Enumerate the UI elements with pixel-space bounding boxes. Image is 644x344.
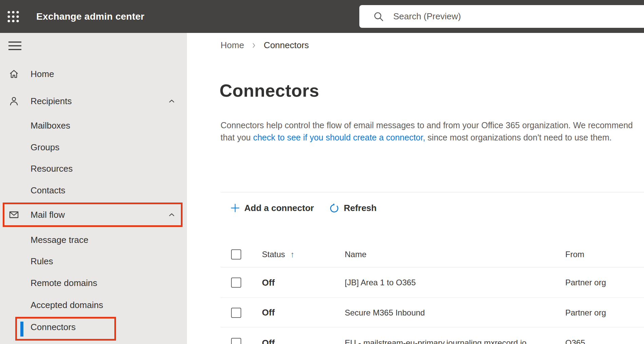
sidebar-item-label: Recipients [31, 96, 72, 107]
breadcrumb-chevron-icon [250, 42, 258, 49]
search-box[interactable] [359, 5, 644, 28]
sidebar-item-remote-domains[interactable]: Remote domains [0, 272, 187, 294]
column-header-name[interactable]: Name [345, 242, 366, 267]
sidebar-item-label: Resources [31, 164, 73, 174]
main-content: Home Connectors Connectors Connectors he… [187, 33, 644, 344]
person-icon [8, 95, 20, 107]
toolbar-divider [221, 192, 644, 192]
waffle-icon [6, 9, 20, 24]
left-navigation: Home Recipients Mailboxes Groups Resourc… [0, 33, 187, 344]
status-cell: Off [262, 298, 275, 327]
sort-ascending-icon[interactable]: ↑ [290, 250, 295, 259]
sidebar-item-contacts[interactable]: Contacts [0, 179, 187, 201]
add-connector-label: Add a connector [244, 203, 314, 213]
sidebar-item-label: Remote domains [31, 278, 97, 288]
sidebar-item-recipients[interactable]: Recipients [0, 90, 187, 112]
sidebar-item-label: Mail flow [31, 210, 65, 220]
command-bar: Add a connector Refresh [230, 198, 377, 218]
table-header-row: Status ↑ Name From [187, 242, 644, 267]
sidebar-item-resources[interactable]: Resources [0, 158, 187, 179]
sidebar-item-message-trace[interactable]: Message trace [0, 229, 187, 251]
mail-icon [8, 209, 20, 221]
sidebar-item-home[interactable]: Home [0, 63, 187, 85]
add-connector-button[interactable]: Add a connector [230, 203, 314, 213]
breadcrumb: Home Connectors [221, 40, 309, 51]
name-cell[interactable]: Secure M365 Inbound [345, 298, 425, 327]
description-text: since most organizations don't need to u… [425, 133, 612, 142]
from-cell: Partner org [565, 298, 606, 327]
chevron-up-icon[interactable] [167, 96, 176, 106]
create-connector-check-link[interactable]: check to see if you should create a conn… [253, 133, 425, 142]
selected-item-indicator [20, 322, 23, 337]
sidebar-item-label: Groups [31, 142, 59, 153]
refresh-icon [329, 203, 340, 213]
sidebar-item-mailboxes[interactable]: Mailboxes [0, 115, 187, 136]
home-icon [8, 68, 20, 80]
top-app-bar: Exchange admin center [0, 0, 644, 33]
sidebar-item-label: Rules [31, 256, 53, 267]
column-header-label: Status [262, 250, 285, 259]
sidebar-item-accepted-domains[interactable]: Accepted domains [0, 294, 187, 316]
app-launcher-waffle-icon[interactable] [5, 8, 22, 25]
sidebar-item-groups[interactable]: Groups [0, 136, 187, 158]
hamburger-icon [8, 41, 22, 52]
hamburger-menu-icon[interactable] [7, 40, 22, 53]
sidebar-item-label: Connectors [31, 322, 76, 332]
chevron-up-icon[interactable] [167, 210, 176, 219]
breadcrumb-current: Connectors [264, 40, 309, 51]
table-row[interactable]: Off EU - mailstream-eu-primary.journalin… [187, 327, 644, 344]
app-title: Exchange admin center [36, 0, 145, 33]
from-cell: Partner org [565, 267, 606, 298]
row-checkbox[interactable] [231, 278, 241, 288]
refresh-button[interactable]: Refresh [329, 203, 377, 213]
page-title: Connectors [220, 80, 319, 101]
sidebar-item-label: Message trace [31, 235, 89, 245]
row-checkbox[interactable] [231, 338, 241, 344]
column-header-label: Name [345, 250, 366, 259]
select-all-checkbox[interactable] [231, 249, 241, 260]
sidebar-item-mail-flow[interactable]: Mail flow [3, 203, 183, 227]
page-description: Connectors help control the flow of emai… [221, 119, 644, 144]
plus-icon [230, 203, 240, 213]
column-header-label: From [565, 250, 584, 259]
refresh-label: Refresh [344, 203, 377, 213]
row-checkbox[interactable] [231, 308, 241, 318]
table-row[interactable]: Off Secure M365 Inbound Partner org [187, 298, 644, 327]
breadcrumb-home-link[interactable]: Home [221, 40, 244, 51]
name-cell[interactable]: [JB] Area 1 to O365 [345, 267, 416, 298]
sidebar-item-label: Home [31, 69, 54, 79]
table-row[interactable]: Off [JB] Area 1 to O365 Partner org [187, 267, 644, 298]
sidebar-item-label: Contacts [31, 185, 65, 196]
status-cell: Off [262, 267, 275, 298]
from-cell: O365 [565, 327, 585, 344]
column-header-status[interactable]: Status ↑ [262, 242, 295, 267]
name-cell[interactable]: EU - mailstream-eu-primary.journaling.mx… [345, 327, 527, 344]
sidebar-item-label: Accepted domains [31, 300, 103, 310]
sidebar-item-connectors[interactable]: Connectors [0, 316, 187, 338]
sidebar-item-rules[interactable]: Rules [0, 250, 187, 272]
search-icon [373, 11, 384, 22]
search-input[interactable] [393, 11, 597, 22]
status-cell: Off [262, 327, 275, 344]
column-header-from[interactable]: From [565, 242, 584, 267]
sidebar-item-label: Mailboxes [31, 120, 70, 131]
